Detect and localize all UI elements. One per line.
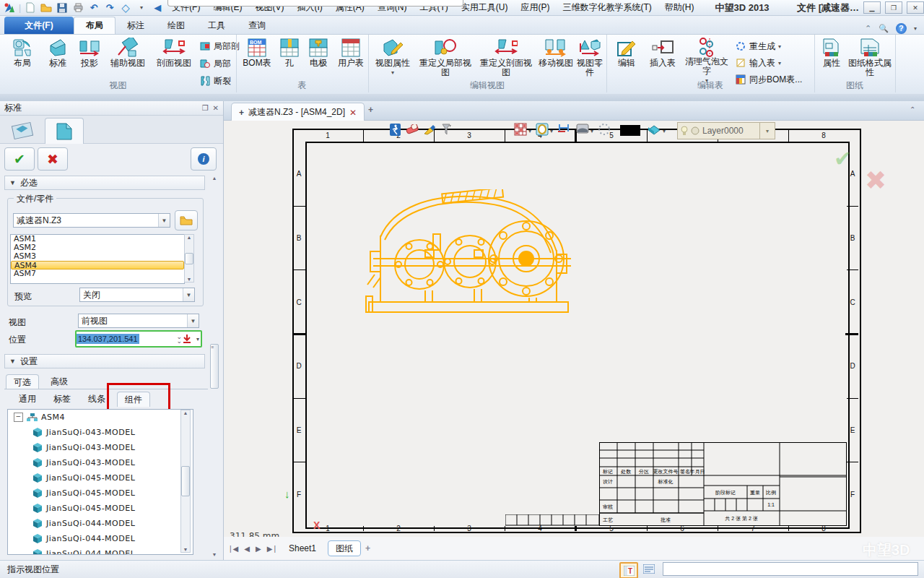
expand-chevrons-icon[interactable]: ⌄⌄ xyxy=(176,335,182,343)
ribbon-tab-inquire[interactable]: 查询 xyxy=(237,17,277,34)
position-input[interactable]: 134.037,201.541 xyxy=(77,334,139,344)
print-icon[interactable] xyxy=(71,2,84,14)
settings-section-header[interactable]: ▼设置 xyxy=(4,354,205,368)
canvas-collapse-icon[interactable]: ⌃ xyxy=(910,105,915,113)
document-tab[interactable]: + 减速器N.Z3 - [ASM4_2D] ✕ xyxy=(231,103,365,121)
last-sheet-icon[interactable]: ▶| xyxy=(267,545,277,553)
move-view-button[interactable]: 移动视图 xyxy=(537,37,575,82)
save-icon[interactable] xyxy=(56,2,69,14)
file-combo[interactable]: 减速器N.Z3▼ xyxy=(13,213,170,228)
redefine-detail-view-button[interactable]: 重定义局部视图 xyxy=(416,37,475,82)
hole-table-button[interactable]: 孔 xyxy=(276,37,302,82)
tree-root-row[interactable]: − ASM4 xyxy=(8,410,193,425)
ribbon-tab-tools[interactable]: 工具 xyxy=(196,17,237,34)
background-color-swatch[interactable] xyxy=(619,124,641,137)
ribbon-tab-layout[interactable]: 布局 xyxy=(74,17,116,34)
menu-help[interactable]: 帮助(H) xyxy=(660,1,699,14)
sheet-format-attributes-button[interactable]: 图纸格式属性 xyxy=(847,37,892,82)
component-tree[interactable]: − ASM4 JianSuQi-043-MODEL JianSuQi-043-M… xyxy=(7,409,193,555)
required-section-header[interactable]: ▼必选 xyxy=(4,176,205,190)
regen-table-button[interactable]: 重生成▾ xyxy=(735,39,781,53)
bom-table-button[interactable]: BOM BOM表 xyxy=(239,37,275,82)
restore-button[interactable]: ❐ xyxy=(885,1,902,14)
tree-item[interactable]: JianSuQi-045-MODEL xyxy=(8,486,193,501)
regen-icon[interactable]: ◇ xyxy=(119,2,132,14)
clean-balloon-text-button[interactable]: 清理气泡文字 ▾ xyxy=(683,37,731,82)
reducer-front-view-drawing[interactable] xyxy=(365,189,581,319)
ok-button[interactable]: ✔ xyxy=(4,147,35,171)
tab-close-icon[interactable]: ✕ xyxy=(349,108,357,118)
tree-item[interactable]: JianSuQi-045-MODEL xyxy=(8,470,193,486)
tree-item[interactable]: JianSuQi-043-MODEL xyxy=(8,425,193,440)
panel-scrollbar[interactable]: ▲≡▼ xyxy=(209,176,219,557)
ellipse-tool-icon[interactable] xyxy=(536,123,549,136)
subtab-label[interactable]: 标签 xyxy=(46,392,78,406)
detail-view-button[interactable]: 局部 xyxy=(199,56,231,71)
open-file-icon[interactable] xyxy=(40,2,53,14)
menu-applications[interactable]: 应用(P) xyxy=(515,1,554,14)
tab-pin-icon[interactable]: + xyxy=(239,108,244,118)
eraser-icon[interactable] xyxy=(406,123,419,136)
layer-dropdown-icon[interactable]: ▾ xyxy=(759,122,775,139)
new-tab-icon[interactable]: + xyxy=(368,105,373,115)
auxiliary-view-button[interactable]: 辅助视图 xyxy=(105,37,150,82)
subtab-general[interactable]: 通用 xyxy=(12,392,43,406)
panel-close-icon[interactable]: ✕ xyxy=(213,104,219,112)
display-dropdown-icon[interactable]: ▾ xyxy=(589,124,595,137)
tab-part[interactable] xyxy=(45,118,84,144)
pick-point-icon[interactable] xyxy=(182,334,196,344)
part-display-dropdown-icon[interactable]: ▾ xyxy=(661,124,667,137)
tab-advanced[interactable]: 高级 xyxy=(43,374,75,389)
prev-sheet-icon[interactable]: ◀ xyxy=(244,545,251,553)
quick-access-dropdown-icon[interactable]: ▾ xyxy=(135,2,148,14)
insert-table-button[interactable]: 插入表 xyxy=(644,37,681,82)
shaded-display-icon[interactable] xyxy=(576,123,589,136)
list-scrollbar[interactable]: ▲▼ xyxy=(184,234,194,282)
list-item[interactable]: ASM2 xyxy=(11,243,184,252)
view-combo[interactable]: 前视图▼ xyxy=(78,314,199,328)
next-sheet-icon[interactable]: ▶ xyxy=(256,545,263,553)
tab-optional[interactable]: 可选 xyxy=(6,374,39,389)
redo-icon[interactable]: ↷ xyxy=(103,2,116,14)
prompt-panel-toggle-icon[interactable]: T xyxy=(619,562,638,578)
electrode-table-button[interactable]: 电极 xyxy=(302,37,334,82)
new-file-icon[interactable] xyxy=(24,2,37,14)
collapse-left-icon[interactable]: ◀ xyxy=(151,2,164,14)
command-input[interactable] xyxy=(663,562,918,576)
paint-brush-icon[interactable] xyxy=(423,123,436,136)
assembly-listbox[interactable]: ASM1 ASM2 ASM3 ASM4 ASM7 xyxy=(10,234,185,284)
tree-scrollbar[interactable]: ▲▼ xyxy=(180,410,191,553)
undo-icon[interactable]: ↶ xyxy=(87,2,100,14)
first-sheet-icon[interactable]: |◀ xyxy=(230,545,240,553)
preview-combo[interactable]: 关闭▼ xyxy=(79,288,195,302)
view-part-button[interactable]: 视图零件 xyxy=(575,37,605,82)
tree-item[interactable]: JianSuQi-043-MODEL xyxy=(8,440,193,455)
dotted-circle-icon[interactable] xyxy=(598,123,611,136)
ribbon-file-tab[interactable]: 文件(F) xyxy=(4,17,74,34)
cancel-button[interactable]: ✖ xyxy=(38,147,68,171)
help-icon[interactable]: ? xyxy=(896,23,907,34)
sheet-tab-drawing[interactable]: 图纸 xyxy=(328,540,361,556)
list-item-selected[interactable]: ASM4 xyxy=(11,261,184,269)
user-table-button[interactable]: 用户表 xyxy=(334,37,367,82)
standard-view-button[interactable]: 标准 xyxy=(42,37,74,82)
ribbon-tab-annotate[interactable]: 标注 xyxy=(116,17,156,34)
ellipse-dropdown-icon[interactable]: ▾ xyxy=(549,124,554,137)
minimize-button[interactable]: ▁ xyxy=(863,1,881,14)
close-button[interactable]: ✕ xyxy=(907,1,924,14)
message-list-icon[interactable] xyxy=(641,562,657,576)
layer-combo[interactable]: Layer0000 xyxy=(677,122,765,139)
position-dropdown-icon[interactable]: ▾ xyxy=(196,336,199,342)
ribbon-collapse-icon[interactable]: ⌃ xyxy=(865,24,871,33)
tree-item[interactable]: JianSuQi-045-MODEL xyxy=(8,501,193,516)
search-icon[interactable]: 🔍 xyxy=(879,24,889,33)
browse-folder-button[interactable] xyxy=(175,210,198,230)
layout-button[interactable]: 布局 xyxy=(4,37,40,82)
section-view-button[interactable]: 剖面视图 xyxy=(152,37,196,82)
collapse-minus-icon[interactable]: − xyxy=(14,413,23,422)
pattern-dropdown-icon[interactable]: ▾ xyxy=(527,124,533,137)
ribbon-tab-draw[interactable]: 绘图 xyxy=(156,17,196,34)
edit-button[interactable]: 编辑 xyxy=(611,37,642,82)
add-sheet-icon[interactable]: + xyxy=(365,543,370,553)
help-dropdown-icon[interactable]: ▾ xyxy=(914,25,917,32)
